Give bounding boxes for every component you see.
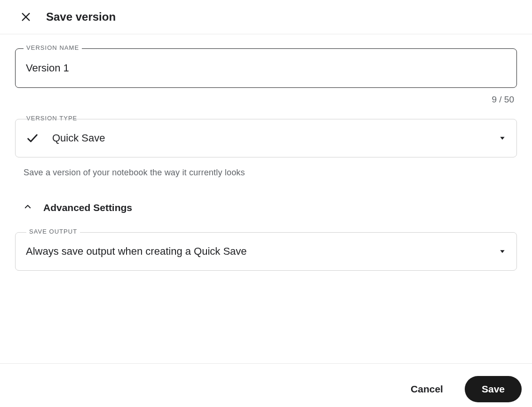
close-button[interactable]	[21, 12, 31, 22]
version-type-select[interactable]: Quick Save	[15, 119, 517, 157]
dialog-content: VERSION NAME 9 / 50 VERSION TYPE Quick S…	[0, 34, 532, 363]
svg-marker-2	[500, 137, 504, 140]
save-button[interactable]: Save	[465, 376, 522, 402]
version-type-group: VERSION TYPE Quick Save	[15, 119, 517, 157]
save-output-select[interactable]: Always save output when creating a Quick…	[15, 232, 517, 271]
save-output-group: SAVE OUTPUT Always save output when crea…	[15, 232, 517, 271]
chevron-up-icon	[24, 203, 32, 213]
dialog-footer: Cancel Save	[0, 363, 532, 407]
advanced-settings-title: Advanced Settings	[43, 202, 132, 213]
check-icon	[26, 132, 39, 145]
save-output-selected: Always save output when creating a Quick…	[26, 245, 489, 258]
version-type-selected: Quick Save	[52, 132, 485, 144]
svg-marker-3	[500, 250, 504, 253]
advanced-settings-toggle[interactable]: Advanced Settings	[15, 202, 517, 213]
version-type-helper: Save a version of your notebook the way …	[15, 168, 517, 178]
version-name-input[interactable]	[15, 48, 517, 88]
dialog-title: Save version	[46, 10, 116, 23]
dialog-header: Save version	[0, 0, 532, 34]
save-output-label: SAVE OUTPUT	[26, 228, 80, 235]
version-name-group: VERSION NAME	[15, 48, 517, 88]
char-count: 9 / 50	[15, 94, 517, 105]
caret-down-icon	[499, 134, 506, 142]
cancel-button[interactable]: Cancel	[408, 377, 446, 401]
caret-down-icon	[499, 248, 506, 255]
close-icon	[21, 12, 31, 22]
version-name-label: VERSION NAME	[24, 44, 82, 51]
